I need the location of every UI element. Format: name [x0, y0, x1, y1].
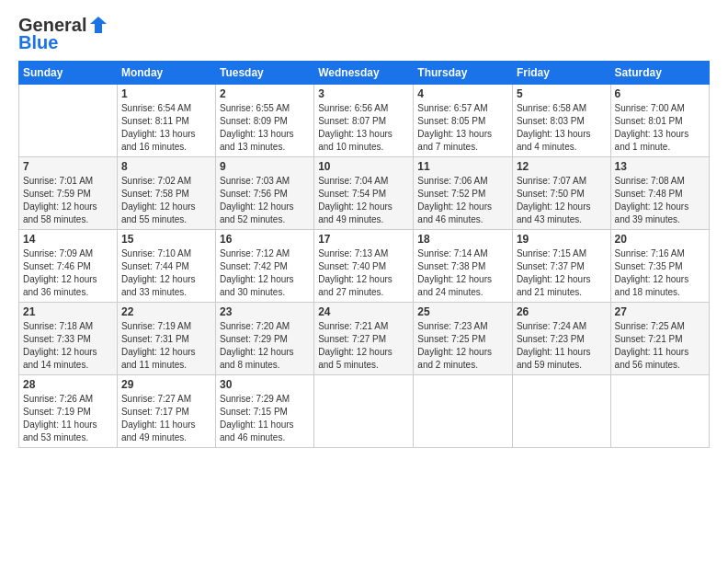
- day-number: 24: [318, 305, 409, 318]
- cell-info: Sunrise: 7:12 AMSunset: 7:42 PMDaylight:…: [220, 247, 310, 299]
- cell-info: Sunrise: 7:13 AMSunset: 7:40 PMDaylight:…: [318, 247, 409, 299]
- calendar-cell: 16Sunrise: 7:12 AMSunset: 7:42 PMDayligh…: [216, 230, 314, 303]
- calendar-cell: 29Sunrise: 7:27 AMSunset: 7:17 PMDayligh…: [117, 375, 215, 448]
- calendar-cell: 2Sunrise: 6:55 AMSunset: 8:09 PMDaylight…: [216, 85, 314, 157]
- calendar-cell: 14Sunrise: 7:09 AMSunset: 7:46 PMDayligh…: [19, 230, 118, 303]
- calendar-cell: 26Sunrise: 7:24 AMSunset: 7:23 PMDayligh…: [512, 303, 610, 375]
- cell-info: Sunrise: 7:06 AMSunset: 7:52 PMDaylight:…: [417, 175, 508, 226]
- calendar-cell: 28Sunrise: 7:26 AMSunset: 7:19 PMDayligh…: [19, 375, 118, 448]
- calendar-cell: 8Sunrise: 7:02 AMSunset: 7:58 PMDaylight…: [117, 157, 215, 230]
- cell-info: Sunrise: 6:54 AMSunset: 8:11 PMDaylight:…: [121, 102, 211, 154]
- day-number: 29: [121, 378, 211, 391]
- logo: General Blue: [18, 15, 108, 52]
- calendar-cell: [314, 375, 414, 448]
- calendar-cell: 21Sunrise: 7:18 AMSunset: 7:33 PMDayligh…: [19, 303, 118, 375]
- cell-info: Sunrise: 7:19 AMSunset: 7:31 PMDaylight:…: [121, 320, 211, 372]
- calendar-cell: 27Sunrise: 7:25 AMSunset: 7:21 PMDayligh…: [610, 303, 709, 375]
- cell-info: Sunrise: 7:01 AMSunset: 7:59 PMDaylight:…: [23, 175, 113, 226]
- day-number: 5: [517, 87, 607, 100]
- cell-info: Sunrise: 7:24 AMSunset: 7:23 PMDaylight:…: [517, 320, 607, 372]
- day-number: 4: [417, 87, 508, 100]
- calendar-cell: 25Sunrise: 7:23 AMSunset: 7:25 PMDayligh…: [414, 303, 513, 375]
- day-number: 25: [417, 305, 508, 318]
- calendar-cell: 13Sunrise: 7:08 AMSunset: 7:48 PMDayligh…: [610, 157, 709, 230]
- calendar-cell: 9Sunrise: 7:03 AMSunset: 7:56 PMDaylight…: [216, 157, 314, 230]
- cell-info: Sunrise: 7:00 AMSunset: 8:01 PMDaylight:…: [615, 102, 705, 154]
- day-number: 15: [121, 233, 211, 246]
- calendar-cell: 4Sunrise: 6:57 AMSunset: 8:05 PMDaylight…: [414, 85, 513, 157]
- calendar-cell: 20Sunrise: 7:16 AMSunset: 7:35 PMDayligh…: [610, 230, 709, 303]
- weekday-header-cell: Saturday: [610, 62, 709, 85]
- weekday-header-cell: Wednesday: [314, 62, 414, 85]
- day-number: 2: [220, 87, 310, 100]
- calendar-week-row: 7Sunrise: 7:01 AMSunset: 7:59 PMDaylight…: [19, 157, 710, 230]
- day-number: 17: [318, 233, 409, 246]
- calendar-cell: 12Sunrise: 7:07 AMSunset: 7:50 PMDayligh…: [512, 157, 610, 230]
- day-number: 11: [417, 160, 508, 173]
- day-number: 12: [517, 160, 607, 173]
- cell-info: Sunrise: 7:20 AMSunset: 7:29 PMDaylight:…: [220, 320, 310, 372]
- calendar-week-row: 1Sunrise: 6:54 AMSunset: 8:11 PMDaylight…: [19, 85, 710, 157]
- calendar-week-row: 21Sunrise: 7:18 AMSunset: 7:33 PMDayligh…: [19, 303, 710, 375]
- day-number: 22: [121, 305, 211, 318]
- day-number: 30: [220, 378, 310, 391]
- cell-info: Sunrise: 7:03 AMSunset: 7:56 PMDaylight:…: [220, 175, 310, 226]
- calendar-cell: 19Sunrise: 7:15 AMSunset: 7:37 PMDayligh…: [512, 230, 610, 303]
- calendar-cell: 3Sunrise: 6:56 AMSunset: 8:07 PMDaylight…: [314, 85, 414, 157]
- day-number: 21: [23, 305, 113, 318]
- calendar-week-row: 28Sunrise: 7:26 AMSunset: 7:19 PMDayligh…: [19, 375, 710, 448]
- cell-info: Sunrise: 6:58 AMSunset: 8:03 PMDaylight:…: [517, 102, 607, 154]
- page: General Blue SundayMondayTuesdayWednesda…: [0, 0, 728, 563]
- logo-icon: [88, 15, 108, 35]
- cell-info: Sunrise: 7:16 AMSunset: 7:35 PMDaylight:…: [615, 247, 705, 299]
- weekday-header-cell: Thursday: [414, 62, 513, 85]
- weekday-header-cell: Monday: [117, 62, 215, 85]
- calendar-cell: 7Sunrise: 7:01 AMSunset: 7:59 PMDaylight…: [19, 157, 118, 230]
- cell-info: Sunrise: 6:55 AMSunset: 8:09 PMDaylight:…: [220, 102, 310, 154]
- calendar-cell: [610, 375, 709, 448]
- calendar-cell: [512, 375, 610, 448]
- calendar-cell: 24Sunrise: 7:21 AMSunset: 7:27 PMDayligh…: [314, 303, 414, 375]
- cell-info: Sunrise: 7:07 AMSunset: 7:50 PMDaylight:…: [517, 175, 607, 226]
- day-number: 7: [23, 160, 113, 173]
- calendar-cell: [414, 375, 513, 448]
- calendar-cell: 1Sunrise: 6:54 AMSunset: 8:11 PMDaylight…: [117, 85, 215, 157]
- day-number: 6: [615, 87, 705, 100]
- day-number: 3: [318, 87, 409, 100]
- calendar-cell: 10Sunrise: 7:04 AMSunset: 7:54 PMDayligh…: [314, 157, 414, 230]
- day-number: 19: [517, 233, 607, 246]
- logo-blue: Blue: [18, 33, 108, 52]
- calendar-week-row: 14Sunrise: 7:09 AMSunset: 7:46 PMDayligh…: [19, 230, 710, 303]
- cell-info: Sunrise: 7:14 AMSunset: 7:38 PMDaylight:…: [417, 247, 508, 299]
- calendar-cell: 23Sunrise: 7:20 AMSunset: 7:29 PMDayligh…: [216, 303, 314, 375]
- cell-info: Sunrise: 7:27 AMSunset: 7:17 PMDaylight:…: [121, 393, 211, 444]
- day-number: 8: [121, 160, 211, 173]
- day-number: 10: [318, 160, 409, 173]
- cell-info: Sunrise: 6:57 AMSunset: 8:05 PMDaylight:…: [417, 102, 508, 154]
- cell-info: Sunrise: 7:10 AMSunset: 7:44 PMDaylight:…: [121, 247, 211, 299]
- weekday-header-row: SundayMondayTuesdayWednesdayThursdayFrid…: [19, 62, 710, 85]
- calendar-cell: 15Sunrise: 7:10 AMSunset: 7:44 PMDayligh…: [117, 230, 215, 303]
- cell-info: Sunrise: 7:26 AMSunset: 7:19 PMDaylight:…: [23, 393, 113, 444]
- day-number: 27: [615, 305, 705, 318]
- cell-info: Sunrise: 6:56 AMSunset: 8:07 PMDaylight:…: [318, 102, 409, 154]
- cell-info: Sunrise: 7:04 AMSunset: 7:54 PMDaylight:…: [318, 175, 409, 226]
- cell-info: Sunrise: 7:08 AMSunset: 7:48 PMDaylight:…: [615, 175, 705, 226]
- calendar-cell: 22Sunrise: 7:19 AMSunset: 7:31 PMDayligh…: [117, 303, 215, 375]
- day-number: 23: [220, 305, 310, 318]
- cell-info: Sunrise: 7:21 AMSunset: 7:27 PMDaylight:…: [318, 320, 409, 372]
- calendar-cell: 5Sunrise: 6:58 AMSunset: 8:03 PMDaylight…: [512, 85, 610, 157]
- calendar-cell: 6Sunrise: 7:00 AMSunset: 8:01 PMDaylight…: [610, 85, 709, 157]
- cell-info: Sunrise: 7:18 AMSunset: 7:33 PMDaylight:…: [23, 320, 113, 372]
- day-number: 20: [615, 233, 705, 246]
- calendar-cell: 18Sunrise: 7:14 AMSunset: 7:38 PMDayligh…: [414, 230, 513, 303]
- cell-info: Sunrise: 7:15 AMSunset: 7:37 PMDaylight:…: [517, 247, 607, 299]
- calendar-table: SundayMondayTuesdayWednesdayThursdayFrid…: [18, 61, 710, 448]
- cell-info: Sunrise: 7:25 AMSunset: 7:21 PMDaylight:…: [615, 320, 705, 372]
- day-number: 14: [23, 233, 113, 246]
- cell-info: Sunrise: 7:23 AMSunset: 7:25 PMDaylight:…: [417, 320, 508, 372]
- weekday-header-cell: Sunday: [19, 62, 118, 85]
- day-number: 18: [417, 233, 508, 246]
- day-number: 1: [121, 87, 211, 100]
- cell-info: Sunrise: 7:09 AMSunset: 7:46 PMDaylight:…: [23, 247, 113, 299]
